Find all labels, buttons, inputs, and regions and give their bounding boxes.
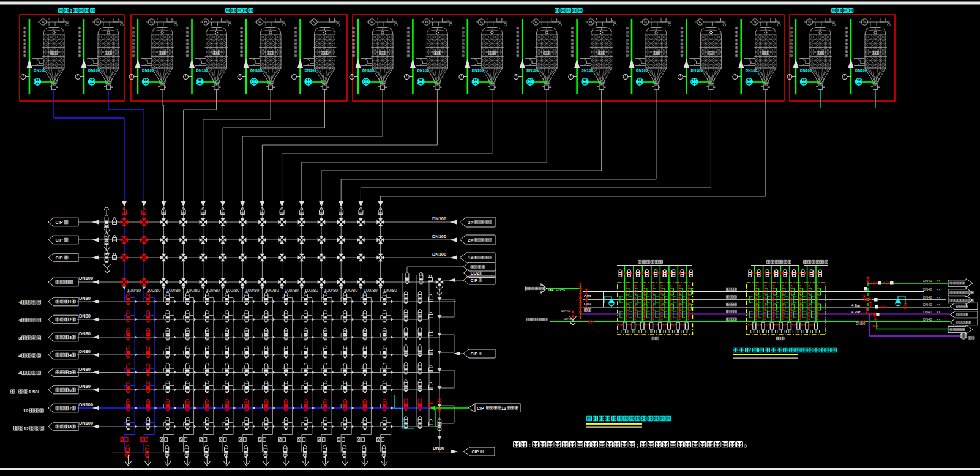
svg-text:100/80: 100/80 bbox=[344, 288, 358, 293]
svg-text:××: ×× bbox=[937, 296, 941, 299]
svg-text:DN40: DN40 bbox=[923, 318, 932, 321]
svg-text:100/80: 100/80 bbox=[127, 288, 141, 293]
svg-text:3: 3 bbox=[18, 335, 21, 341]
svg-text:4: 4 bbox=[18, 318, 21, 323]
svg-text:CIP: CIP bbox=[472, 450, 479, 454]
svg-text:1.50L: 1.50L bbox=[29, 389, 41, 395]
svg-text:DN100: DN100 bbox=[432, 251, 446, 257]
svg-text::: : bbox=[528, 441, 531, 448]
svg-text:DN100: DN100 bbox=[79, 420, 93, 426]
svg-text:1: 1 bbox=[69, 299, 72, 305]
svg-text:.: . bbox=[15, 389, 17, 395]
svg-text:1#: 1# bbox=[468, 256, 473, 260]
svg-text:DN80: DN80 bbox=[79, 349, 91, 354]
svg-text:12: 12 bbox=[23, 426, 29, 431]
svg-text:3: 3 bbox=[69, 335, 72, 340]
svg-text:DN100: DN100 bbox=[432, 234, 446, 239]
svg-text:DN80: DN80 bbox=[79, 366, 91, 372]
svg-text:100/80: 100/80 bbox=[364, 288, 378, 293]
svg-text:100/80: 100/80 bbox=[324, 288, 339, 293]
svg-text:DN100: DN100 bbox=[79, 402, 93, 407]
svg-text:4 Bar: 4 Bar bbox=[851, 303, 861, 307]
svg-text:4: 4 bbox=[18, 353, 21, 359]
svg-text:100/80: 100/80 bbox=[383, 288, 397, 293]
svg-text:4: 4 bbox=[18, 300, 21, 305]
svg-text:CIP: CIP bbox=[471, 278, 478, 283]
svg-text:DN40: DN40 bbox=[923, 288, 932, 291]
svg-text:CO2: CO2 bbox=[584, 294, 591, 298]
svg-text:××: ×× bbox=[937, 318, 941, 321]
svg-text:DN80: DN80 bbox=[856, 322, 866, 325]
svg-text:DN40: DN40 bbox=[561, 309, 571, 313]
svg-text:100/80: 100/80 bbox=[166, 288, 181, 293]
svg-text:××: ×× bbox=[937, 303, 941, 307]
svg-text:100/80: 100/80 bbox=[304, 288, 318, 293]
svg-text:5: 5 bbox=[69, 370, 72, 375]
svg-text:6: 6 bbox=[69, 387, 72, 393]
svg-text:100/80: 100/80 bbox=[265, 288, 279, 293]
svg-text:2#: 2# bbox=[468, 238, 473, 242]
svg-text:2: 2 bbox=[70, 8, 73, 14]
svg-text:12: 12 bbox=[23, 408, 29, 414]
svg-text:8: 8 bbox=[69, 424, 72, 430]
svg-text:DN80: DN80 bbox=[79, 313, 91, 319]
svg-text:××: ×× bbox=[937, 279, 941, 283]
svg-text:CO2: CO2 bbox=[584, 302, 591, 306]
svg-text:100/80: 100/80 bbox=[206, 288, 220, 293]
svg-text:CIP: CIP bbox=[56, 255, 63, 261]
svg-text:DN40: DN40 bbox=[923, 303, 932, 307]
svg-text:DN100: DN100 bbox=[79, 275, 93, 281]
svg-text:DN40: DN40 bbox=[923, 296, 932, 299]
svg-text:CIP: CIP bbox=[477, 406, 484, 411]
svg-text:××: ×× bbox=[937, 310, 941, 314]
svg-text:100/80: 100/80 bbox=[285, 288, 299, 293]
svg-text:CIP: CIP bbox=[56, 237, 63, 243]
svg-text:DN40: DN40 bbox=[923, 279, 932, 283]
svg-text:CO2: CO2 bbox=[471, 271, 480, 275]
svg-text:100/80: 100/80 bbox=[147, 288, 161, 293]
svg-text:DN80: DN80 bbox=[79, 331, 91, 337]
svg-text:DN40: DN40 bbox=[923, 310, 932, 314]
svg-text:DN40: DN40 bbox=[556, 288, 566, 291]
svg-text:100/80: 100/80 bbox=[245, 288, 260, 293]
svg-text:4 Bar: 4 Bar bbox=[851, 310, 861, 314]
svg-text:DN100: DN100 bbox=[432, 216, 446, 221]
svg-text:DN80: DN80 bbox=[564, 317, 574, 321]
svg-text:100/80: 100/80 bbox=[226, 288, 240, 293]
svg-text:DN80: DN80 bbox=[433, 445, 444, 451]
svg-text:12: 12 bbox=[501, 406, 506, 411]
svg-text:3#: 3# bbox=[468, 220, 473, 225]
svg-text:100/80: 100/80 bbox=[186, 288, 200, 293]
svg-text:7: 7 bbox=[69, 406, 72, 411]
svg-text:4: 4 bbox=[18, 370, 21, 376]
svg-text:DN80: DN80 bbox=[79, 384, 91, 389]
svg-text:××: ×× bbox=[937, 288, 941, 291]
svg-text:;: ; bbox=[637, 441, 639, 448]
svg-text:2: 2 bbox=[69, 317, 72, 322]
svg-text:4: 4 bbox=[69, 352, 72, 358]
svg-text:DN80: DN80 bbox=[79, 296, 91, 301]
svg-text:CIP: CIP bbox=[56, 220, 63, 225]
svg-text:CIP: CIP bbox=[471, 352, 478, 356]
